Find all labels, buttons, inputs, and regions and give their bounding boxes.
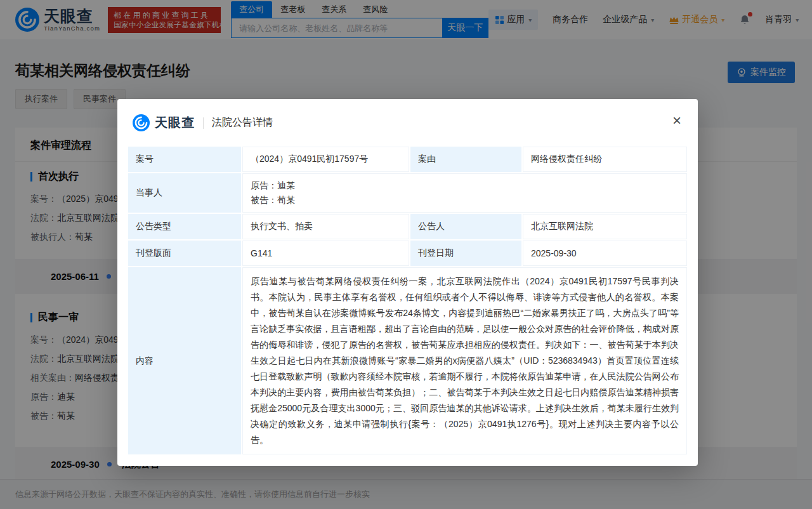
row-label-publication-page: 刊登版面 bbox=[128, 241, 241, 266]
divider bbox=[203, 117, 204, 129]
party-defendant: 被告：荀某 bbox=[251, 193, 295, 208]
tianyancha-page: 天眼查 TianYanCha.com 都在用的商业查询工具 国家中小企业发展子基… bbox=[0, 0, 812, 509]
value-publication-page: G141 bbox=[242, 241, 409, 266]
modal-brand-name: 天眼查 bbox=[155, 114, 195, 131]
value-parties: 原告：迪某 被告：荀某 bbox=[242, 173, 687, 213]
value-announcement-type: 执行文书、拍卖 bbox=[242, 214, 409, 239]
court-announcement-modal: 天眼查 法院公告详情 × 案号 （2024）京0491民初17597号 案由 网… bbox=[117, 99, 698, 466]
value-announcer: 北京互联网法院 bbox=[523, 214, 687, 239]
value-publication-date: 2025-09-30 bbox=[523, 241, 687, 266]
tianyancha-eye-icon bbox=[133, 114, 150, 131]
value-case-number: （2024）京0491民初17597号 bbox=[242, 147, 409, 172]
row-label-case-number: 案号 bbox=[128, 147, 241, 172]
value-cause: 网络侵权责任纠纷 bbox=[523, 147, 687, 172]
row-label-cause: 案由 bbox=[410, 147, 521, 172]
row-label-announcement-type: 公告类型 bbox=[128, 214, 241, 239]
modal-title: 法院公告详情 bbox=[212, 116, 273, 129]
value-content: 原告迪某与被告荀某网络侵权责任纠纷一案，北京互联网法院作出（2024）京0491… bbox=[242, 267, 687, 454]
announcement-detail-table: 案号 （2024）京0491民初17597号 案由 网络侵权责任纠纷 当事人 原… bbox=[128, 147, 687, 454]
close-icon[interactable]: × bbox=[672, 113, 681, 128]
row-label-publication-date: 刊登日期 bbox=[410, 241, 521, 266]
party-plaintiff: 原告：迪某 bbox=[251, 178, 295, 193]
row-label-parties: 当事人 bbox=[128, 173, 241, 213]
row-label-announcer: 公告人 bbox=[410, 214, 521, 239]
modal-header: 天眼查 法院公告详情 × bbox=[117, 99, 698, 140]
row-label-content: 内容 bbox=[128, 267, 241, 454]
